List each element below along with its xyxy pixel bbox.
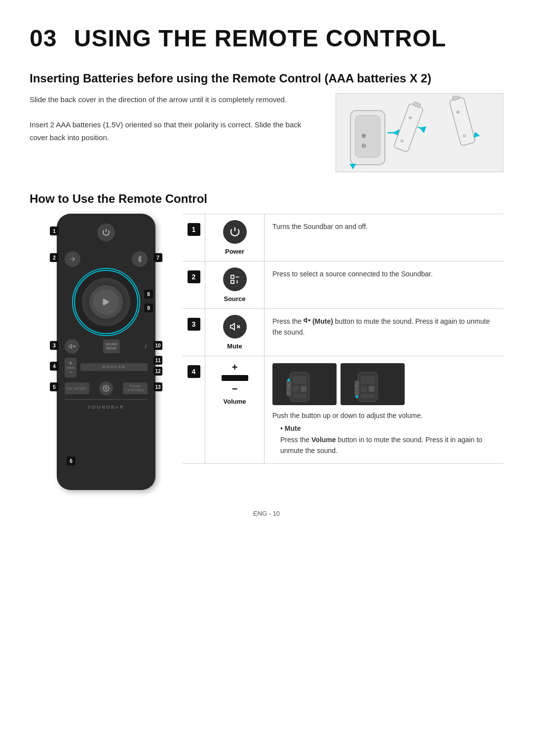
svg-rect-37 [293,394,306,398]
title-text: USING THE REMOTE CONTROL [74,25,447,51]
remote-section-heading: How to Use the Remote Control [30,192,503,206]
nav-ring-illustration: 8 9 [74,270,138,334]
svg-marker-20 [104,299,109,305]
svg-rect-14 [449,97,476,146]
chapter-number: 03 [30,25,57,51]
table-row-source: 2 Source Press to select a source connec… [183,262,503,309]
svg-text:+: + [355,384,357,387]
volume-label: Volume [224,398,246,405]
callout-8: 8 [144,290,153,299]
page-title: 03 USING THE REMOTE CONTROL [30,25,503,52]
mute-icon-circle [223,315,247,339]
remote-illustration-wrapper: 1 2 7 [30,214,183,490]
callout-7: 7 [153,253,162,262]
svg-marker-30 [304,318,306,322]
volume-svg-2: + - [343,365,402,404]
callout-11: 11 [153,356,162,365]
mute-bold-text: (Mute) [310,317,333,325]
source-button-illustration [65,251,80,267]
callout-1: 1 [50,227,59,235]
num-box-4: 4 [188,365,200,378]
num-box-2: 2 [188,270,200,283]
icon-col-volume: + − Volume [205,356,265,463]
page-footer: ENG - 10 [30,510,503,517]
row-num-power: 1 [183,214,205,261]
table-row-mute: 3 Mute Press the (Mute) button to mute t… [183,309,503,356]
num-box-1: 1 [188,223,200,236]
svg-rect-21 [103,299,105,305]
svg-rect-34 [293,376,306,384]
svg-rect-46 [361,394,375,398]
icon-col-mute: Mute [205,309,265,356]
volume-images: + - [272,363,495,405]
svg-rect-36 [301,386,306,392]
battery-section-heading: Inserting Batteries before using the Rem… [30,72,503,85]
svg-rect-26 [230,275,233,278]
callout-13: 13 [153,382,162,391]
row-num-source: 2 [183,262,205,308]
icon-col-source: Source [205,262,265,308]
svg-rect-1 [355,115,380,157]
bluetooth-button-illustration [132,251,148,267]
power-label: Power [225,248,244,255]
volume-mute-desc: Press the Volume button in to mute the s… [280,436,482,454]
source-icon-circle [223,267,247,291]
battery-illustration: ⊕ ⊖ ⊕ ⊖ ⊕ ⊖ [341,96,498,170]
remote-description-table: 1 Power Turns the Soundbar on and off. 2 [183,214,503,490]
remote-section: 1 2 7 [30,214,503,490]
remote-body: 1 2 7 [57,214,155,490]
power-description: Turns the Soundbar on and off. [272,223,368,230]
desc-col-volume: + - [265,356,503,463]
mute-desc-prefix: Press the [272,317,304,325]
battery-instructions: Slide the back cover in the direction of… [30,93,321,144]
battery-image: ⊕ ⊖ ⊕ ⊖ ⊕ ⊖ [336,93,503,172]
svg-marker-27 [230,324,234,330]
volume-mute-bold: Mute [285,424,301,432]
svg-rect-35 [293,386,299,392]
gear-button-illustration [99,381,113,395]
callout-3: 3 [50,341,59,350]
callout-5: 5 [50,382,59,391]
row-num-mute: 3 [183,309,205,356]
battery-section: Slide the back cover in the direction of… [30,93,503,172]
row-num-volume: 4 [183,356,205,463]
desc-col-mute: Press the (Mute) button to mute the soun… [265,309,503,356]
svg-text:⊖: ⊖ [361,142,366,149]
volume-image-1: + - [272,363,337,405]
volume-desc-main: Push the button up or down to adjust the… [272,410,495,421]
table-row-volume: 4 + − Volume [183,356,503,464]
svg-rect-44 [361,386,367,392]
svg-marker-22 [69,344,72,348]
callout-6-wrapper: 6 [67,456,76,465]
mute-label: Mute [227,342,242,350]
source-label: Source [224,295,245,302]
power-icon-circle [223,220,247,244]
callout-4: 4 [50,362,59,371]
callout-9: 9 [144,303,153,312]
svg-text:⊕: ⊕ [361,132,366,139]
battery-text-1: Slide the back cover in the direction of… [30,93,321,106]
callout-10: 10 [153,341,162,350]
callout-6: 6 [67,456,76,465]
desc-col-source: Press to select a source connected to th… [265,262,503,308]
source-description: Press to select a source connected to th… [272,270,433,278]
table-row-power: 1 Power Turns the Soundbar on and off. [183,214,503,262]
callout-12: 12 [153,367,162,376]
page-number: ENG - 10 [253,510,280,517]
power-button-illustration [97,224,115,241]
volume-slider-illustration: + − [65,358,76,378]
mute-button-illustration [65,339,79,354]
icon-col-power: Power [205,214,265,261]
separator [65,399,148,400]
svg-rect-45 [369,386,375,392]
volume-image-2: + - [341,363,405,405]
callout-2: 2 [50,253,59,262]
desc-col-power: Turns the Soundbar on and off. [265,214,503,261]
battery-text-2: Insert 2 AAA batteries (1.5V) oriented s… [30,118,321,144]
svg-point-25 [105,387,107,389]
volume-mute-bullet: Mute Press the Volume button in to mute … [280,423,495,456]
volume-svg-1: + - [275,365,334,404]
svg-text:+: + [287,384,289,387]
volume-slider-visual: + − [222,362,248,394]
svg-rect-43 [361,376,375,384]
